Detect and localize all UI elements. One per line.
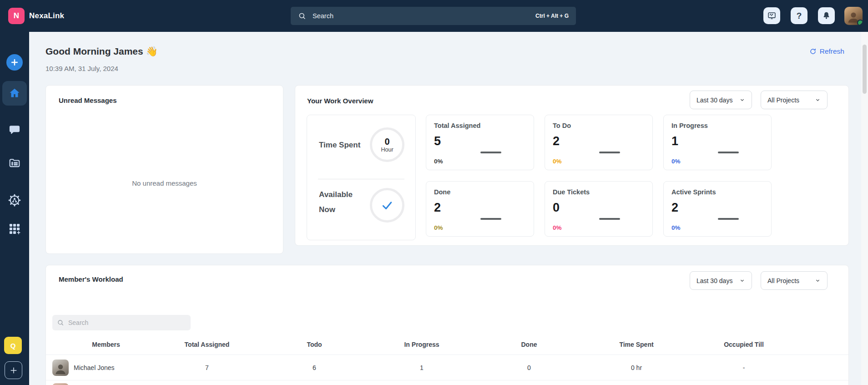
page-scrollbar-thumb[interactable] (863, 45, 867, 94)
stat-card-total-assigned[interactable]: Total Assigned 5 0% (426, 115, 534, 170)
notifications-button[interactable] (818, 7, 835, 24)
help-button[interactable]: ? (791, 7, 807, 24)
whiteboard-icon (767, 11, 777, 20)
cell-occupied-till: - (690, 364, 797, 371)
stat-card-due-tickets[interactable]: Due Tickets 0 0% (545, 181, 653, 237)
stat-value: 2 (671, 201, 678, 215)
sidebar-item-automation[interactable] (0, 194, 29, 207)
column-header-time-spent[interactable]: Time Spent (583, 341, 690, 348)
global-search-bar[interactable]: Ctrl + Alt + G (291, 7, 576, 25)
time-spent-value: 0 (384, 137, 389, 147)
chat-bubble-icon (8, 123, 21, 136)
sidebar-q-launcher[interactable]: Q (4, 337, 22, 354)
workload-period-value: Last 30 days (696, 277, 732, 284)
stat-percent: 0% (671, 158, 681, 165)
sidebar-item-home[interactable] (2, 81, 27, 106)
overview-project-value: All Projects (767, 96, 799, 104)
stat-card-todo[interactable]: To Do 2 0% (545, 115, 653, 170)
search-icon (298, 12, 306, 20)
stat-label: Due Tickets (553, 188, 590, 196)
time-spent-badge: 0 Hour (370, 127, 404, 162)
table-row[interactable]: Michael Jones 7 6 1 0 0 hr - (46, 355, 848, 380)
stat-sparkline (718, 152, 739, 153)
check-icon (380, 198, 394, 212)
q-launcher-label: Q (10, 342, 16, 350)
column-header-done[interactable]: Done (475, 341, 583, 348)
overview-stats-grid: Total Assigned 5 0% To Do 2 0% In Progre… (426, 115, 772, 237)
apps-grid-icon (8, 223, 21, 235)
current-datetime: 10:39 AM, 31 July, 2024 (45, 65, 118, 72)
member-cell: Michael Jones (46, 360, 153, 376)
whiteboard-button[interactable] (763, 7, 780, 24)
chevron-down-icon (739, 278, 745, 284)
app-name: NexaLink (29, 0, 64, 32)
unread-messages-empty-text: No unread messages (46, 179, 283, 187)
workload-project-dropdown[interactable]: All Projects (761, 271, 828, 290)
sidebar-item-apps[interactable] (0, 223, 29, 235)
stat-value: 0 (553, 201, 560, 215)
chevron-down-icon (815, 278, 821, 284)
members-workload-title: Member's Workload (59, 275, 123, 283)
page-scrollbar-track (861, 32, 868, 385)
stat-label: Active Sprints (671, 188, 716, 196)
app-logo[interactable]: N (8, 8, 25, 24)
overview-project-dropdown[interactable]: All Projects (761, 91, 828, 109)
stat-percent: 0% (553, 158, 562, 165)
stat-percent: 0% (434, 224, 443, 231)
stat-card-active-sprints[interactable]: Active Sprints 2 0% (663, 181, 772, 237)
cell-time-spent: 0 hr (583, 364, 690, 371)
refresh-button[interactable]: Refresh (809, 47, 844, 56)
projects-folder-icon (8, 156, 21, 169)
sidebar-item-chat[interactable] (0, 123, 29, 136)
chevron-down-icon (739, 97, 745, 103)
availability-label-line2: Now (319, 202, 353, 217)
column-header-in-progress[interactable]: In Progress (368, 341, 475, 348)
sidebar-add-button[interactable] (5, 361, 22, 379)
stat-percent: 0% (671, 224, 681, 231)
overview-period-dropdown[interactable]: Last 30 days (690, 91, 752, 109)
column-header-members[interactable]: Members (46, 341, 153, 348)
stat-sparkline (718, 218, 739, 220)
members-search-box[interactable] (52, 315, 191, 330)
stat-card-done[interactable]: Done 2 0% (426, 181, 534, 237)
app-logo-letter: N (14, 11, 19, 20)
stat-label: Total Assigned (434, 122, 480, 129)
work-overview-title: Your Work Overview (307, 97, 373, 105)
top-navbar: N NexaLink Ctrl + Alt + G ? (0, 0, 868, 32)
workload-table: Members Total Assigned Todo In Progress … (46, 334, 848, 380)
stat-sparkline (599, 218, 620, 220)
column-header-occupied-till[interactable]: Occupied Till (690, 341, 797, 348)
member-avatar (52, 383, 69, 385)
stat-value: 5 (434, 134, 441, 148)
automation-gear-icon (8, 194, 21, 207)
bell-icon (822, 11, 831, 20)
work-overview-card: Your Work Overview Last 30 days All Proj… (295, 85, 849, 246)
stat-card-in-progress[interactable]: In Progress 1 0% (663, 115, 772, 170)
members-workload-card: Member's Workload Last 30 days All Proje… (45, 265, 849, 385)
time-spent-label: Time Spent (319, 141, 360, 150)
sidebar-item-projects[interactable] (0, 156, 29, 169)
plus-icon (10, 58, 19, 67)
column-header-todo[interactable]: Todo (261, 341, 368, 348)
members-search-input[interactable] (68, 319, 186, 326)
divider (318, 179, 404, 179)
availability-badge[interactable] (370, 188, 404, 223)
help-icon: ? (797, 11, 802, 21)
stat-percent: 0% (553, 224, 562, 231)
cell-in-progress: 1 (368, 364, 475, 371)
search-icon (57, 319, 64, 326)
availability-label-line1: Available (319, 187, 353, 202)
workload-period-dropdown[interactable]: Last 30 days (690, 271, 752, 290)
stat-sparkline (480, 218, 501, 220)
home-icon (8, 87, 21, 100)
cell-done: 0 (475, 364, 583, 371)
global-search-input[interactable] (313, 12, 535, 20)
stat-label: To Do (553, 122, 571, 129)
cell-total-assigned: 7 (153, 364, 261, 371)
sidebar-create-button[interactable] (0, 54, 29, 71)
user-avatar[interactable] (844, 7, 863, 25)
column-header-total-assigned[interactable]: Total Assigned (153, 341, 261, 348)
stat-value: 1 (671, 134, 678, 148)
time-availability-card: Time Spent 0 Hour Available Now (307, 115, 416, 240)
workload-project-value: All Projects (767, 277, 799, 284)
